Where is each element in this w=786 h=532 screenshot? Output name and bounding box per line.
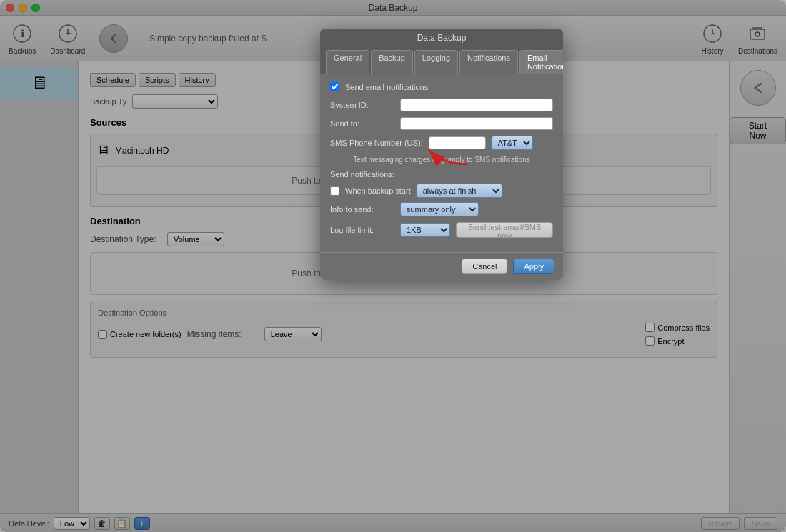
send-notifications-label: Send notifications: bbox=[330, 170, 394, 179]
main-window: Data Backup ℹ Backups Dashboard bbox=[0, 0, 786, 532]
when-backup-label: When backup start bbox=[345, 186, 411, 195]
system-id-input[interactable] bbox=[400, 99, 553, 111]
send-email-label: Send email notifications bbox=[345, 83, 428, 91]
when-backup-checkbox[interactable] bbox=[330, 186, 339, 196]
sms-label: SMS Phone Number (US): bbox=[330, 139, 423, 147]
modal-tabs: General Backup Logging Notifications Ema… bbox=[320, 47, 563, 74]
send-test-button[interactable]: Send test email/SMS now bbox=[456, 222, 553, 238]
tab-email-notifications[interactable]: Email Notifications bbox=[519, 50, 563, 74]
system-id-label: System ID: bbox=[330, 101, 394, 109]
info-to-send-label: Info to send: bbox=[330, 205, 394, 214]
arrow-annotation bbox=[414, 136, 472, 174]
send-to-label: Send to: bbox=[330, 119, 394, 128]
modal-title: Data Backup bbox=[320, 29, 563, 47]
tab-notifications[interactable]: Notifications bbox=[459, 50, 518, 74]
cancel-button[interactable]: Cancel bbox=[462, 259, 507, 274]
send-email-row: Send email notifications bbox=[330, 82, 553, 91]
tab-logging[interactable]: Logging bbox=[414, 50, 458, 74]
modal-footer: Cancel Apply bbox=[320, 252, 563, 280]
log-limit-select[interactable]: 1KB bbox=[400, 223, 450, 237]
send-email-checkbox[interactable] bbox=[330, 82, 339, 91]
when-backup-row: When backup start always at finish bbox=[330, 184, 553, 198]
tab-general[interactable]: General bbox=[326, 50, 369, 74]
info-to-send-row: Info to send: summary only bbox=[330, 202, 553, 216]
tab-backup[interactable]: Backup bbox=[371, 50, 413, 74]
info-to-send-select[interactable]: summary only bbox=[400, 202, 479, 216]
send-to-row: Send to: bbox=[330, 117, 553, 130]
send-to-input[interactable] bbox=[400, 117, 553, 130]
log-limit-row: Log file limit: 1KB Send test email/SMS … bbox=[330, 222, 553, 238]
apply-button[interactable]: Apply bbox=[513, 259, 554, 274]
sms-carrier-select[interactable]: AT&T bbox=[492, 136, 533, 150]
log-limit-label: Log file limit: bbox=[330, 226, 394, 234]
system-id-row: System ID: bbox=[330, 99, 553, 111]
always-at-finish-select[interactable]: always at finish bbox=[417, 184, 502, 198]
